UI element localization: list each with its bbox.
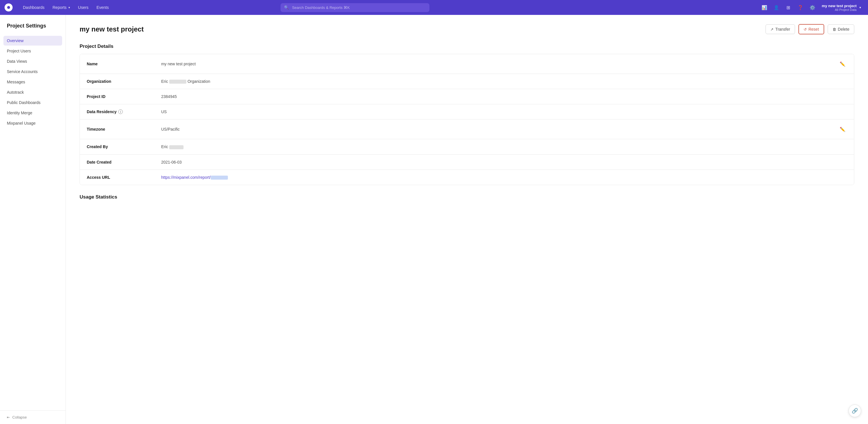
table-row: Project ID 2384945 xyxy=(80,89,854,104)
nav-events[interactable]: Events xyxy=(93,3,112,11)
sidebar: Project Settings Overview Project Users … xyxy=(0,15,66,424)
field-value-access-url: https://mixpanel.com/report/ xyxy=(161,175,847,180)
delete-icon: 🗑 xyxy=(833,27,836,31)
edit-timezone-button[interactable]: ✏️ xyxy=(838,124,847,134)
transfer-icon: ↗ xyxy=(770,27,774,31)
access-url-blurred xyxy=(211,176,228,180)
field-value-project-id: 2384945 xyxy=(161,94,847,99)
help-icon-btn[interactable]: ❓ xyxy=(796,3,805,12)
field-label-organization: Organization xyxy=(87,79,161,84)
nav-users[interactable]: Users xyxy=(75,3,92,11)
activity-icon-btn[interactable]: 📊 xyxy=(760,3,769,12)
delete-label: Delete xyxy=(838,27,849,31)
project-name: my new test project xyxy=(822,4,857,8)
created-by-blurred xyxy=(169,145,184,149)
field-value-date-created: 2021-06-03 xyxy=(161,160,847,165)
link-icon: 🔗 xyxy=(852,408,858,414)
access-url-link[interactable]: https://mixpanel.com/report/ xyxy=(161,175,228,180)
table-row: Date Created 2021-06-03 xyxy=(80,155,854,170)
transfer-button[interactable]: ↗ Transfer xyxy=(766,24,795,34)
nav-dashboards[interactable]: Dashboards xyxy=(20,3,48,11)
nav-links: Dashboards Reports ▾ Users Events xyxy=(20,3,112,11)
project-selector[interactable]: my new test project All Project Data ▾ xyxy=(819,3,863,12)
search-container: 🔍 xyxy=(281,3,429,12)
field-label-created-by: Created By xyxy=(87,144,161,149)
chevron-down-icon: ▾ xyxy=(68,6,70,9)
data-residency-text: Data Residency xyxy=(87,109,117,114)
topnav-right: 📊 👤 ⊞ ❓ ⚙️ my new test project All Proje… xyxy=(760,3,863,12)
settings-icon: ⚙️ xyxy=(810,5,815,10)
grid-icon-btn[interactable]: ⊞ xyxy=(783,3,793,12)
collapse-button[interactable]: ⇤ Collapse xyxy=(0,410,66,424)
grid-icon: ⊞ xyxy=(786,5,790,10)
project-chevron-icon: ▾ xyxy=(860,6,861,9)
settings-icon-btn[interactable]: ⚙️ xyxy=(808,3,817,12)
sidebar-item-mixpanel-usage[interactable]: Mixpanel Usage xyxy=(3,118,62,128)
logo[interactable] xyxy=(5,3,12,11)
info-icon[interactable]: i xyxy=(118,109,123,114)
project-sub: All Project Data xyxy=(822,8,857,11)
table-row: Access URL https://mixpanel.com/report/ xyxy=(80,170,854,185)
top-navigation: Dashboards Reports ▾ Users Events 🔍 📊 👤 … xyxy=(0,0,868,15)
logo-dot xyxy=(7,6,10,9)
sidebar-title: Project Settings xyxy=(0,15,66,33)
field-value-data-residency: US xyxy=(161,109,847,114)
reset-label: Reset xyxy=(808,27,819,31)
main-content: my new test project ↗ Transfer ↺ Reset 🗑… xyxy=(66,15,868,424)
sidebar-item-service-accounts[interactable]: Service Accounts xyxy=(3,67,62,77)
edit-name-button[interactable]: ✏️ xyxy=(838,59,847,68)
table-row: Name my new test project ✏️ xyxy=(80,54,854,74)
sidebar-nav: Overview Project Users Data Views Servic… xyxy=(0,33,66,410)
sidebar-item-public-dashboards[interactable]: Public Dashboards xyxy=(3,98,62,107)
reset-button[interactable]: ↺ Reset xyxy=(799,24,824,34)
org-name-prefix: Eric xyxy=(161,79,169,84)
search-input[interactable] xyxy=(281,3,429,12)
sidebar-item-identity-merge[interactable]: Identity Merge xyxy=(3,108,62,118)
project-details-title: Project Details xyxy=(80,44,854,49)
usage-statistics-title: Usage Statistics xyxy=(80,194,854,200)
table-row: Data Residency i US xyxy=(80,104,854,119)
field-label-name: Name xyxy=(87,62,161,66)
people-icon-btn[interactable]: 👤 xyxy=(772,3,781,12)
field-label-project-id: Project ID xyxy=(87,94,161,99)
access-url-prefix: https://mixpanel.com/report/ xyxy=(161,175,211,180)
project-details-table: Name my new test project ✏️ Organization… xyxy=(80,54,854,185)
delete-button[interactable]: 🗑 Delete xyxy=(828,24,854,34)
copy-link-button[interactable]: 🔗 xyxy=(848,404,861,417)
page-actions: ↗ Transfer ↺ Reset 🗑 Delete xyxy=(766,24,854,34)
table-row: Organization Eric Organization xyxy=(80,74,854,89)
nav-reports-label: Reports xyxy=(53,5,67,10)
sidebar-item-autotrack[interactable]: Autotrack xyxy=(3,87,62,97)
page-header: my new test project ↗ Transfer ↺ Reset 🗑… xyxy=(80,24,854,34)
page-layout: Project Settings Overview Project Users … xyxy=(0,0,868,424)
field-value-timezone: US/Pacific xyxy=(161,127,838,132)
field-value-name: my new test project xyxy=(161,62,838,66)
activity-icon: 📊 xyxy=(762,5,767,10)
field-label-data-residency: Data Residency i xyxy=(87,109,161,114)
collapse-icon: ⇤ xyxy=(7,415,10,419)
people-icon: 👤 xyxy=(774,5,779,10)
collapse-label: Collapse xyxy=(12,415,27,419)
field-label-timezone: Timezone xyxy=(87,127,161,132)
sidebar-item-data-views[interactable]: Data Views xyxy=(3,56,62,66)
help-icon: ❓ xyxy=(798,5,803,10)
transfer-label: Transfer xyxy=(775,27,790,31)
search-icon: 🔍 xyxy=(284,5,289,10)
sidebar-item-messages[interactable]: Messages xyxy=(3,77,62,87)
field-label-date-created: Date Created xyxy=(87,160,161,165)
table-row: Created By Eric xyxy=(80,139,854,154)
org-name-suffix: Organization xyxy=(186,79,210,84)
reset-icon: ↺ xyxy=(804,27,807,31)
sidebar-item-project-users[interactable]: Project Users xyxy=(3,46,62,56)
page-title: my new test project xyxy=(80,25,144,33)
field-value-organization: Eric Organization xyxy=(161,79,847,84)
created-by-prefix: Eric xyxy=(161,144,169,149)
nav-reports[interactable]: Reports ▾ xyxy=(49,3,73,11)
sidebar-item-overview[interactable]: Overview xyxy=(3,36,62,46)
field-label-access-url: Access URL xyxy=(87,175,161,180)
org-name-blurred xyxy=(169,80,186,84)
project-info: my new test project All Project Data xyxy=(822,4,857,11)
table-row: Timezone US/Pacific ✏️ xyxy=(80,119,854,139)
field-value-created-by: Eric xyxy=(161,144,847,149)
